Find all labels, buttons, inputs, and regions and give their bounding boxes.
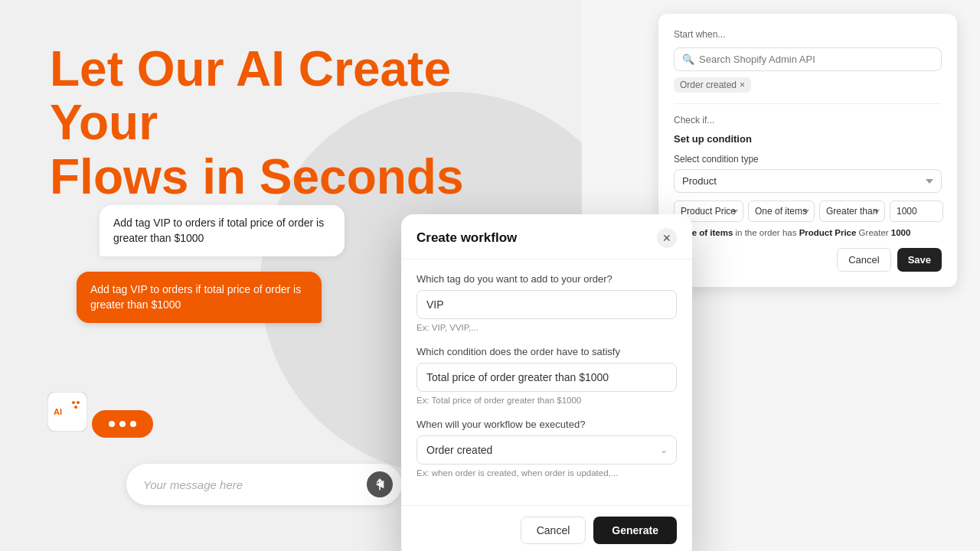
typing-dot-2 <box>119 421 126 427</box>
admin-cancel-button[interactable]: Cancel <box>837 248 890 272</box>
typing-bubble <box>92 410 153 438</box>
modal-trigger-select-wrap: Order created Order updated ⌄ <box>416 435 677 465</box>
modal-generate-button[interactable]: Generate <box>593 517 677 544</box>
create-workflow-modal: Create workflow ✕ Which tag do you want … <box>401 214 692 551</box>
modal-tag-input[interactable] <box>416 290 677 319</box>
search-icon: 🔍 <box>682 54 694 65</box>
modal-field3-label: When will your workflow be executed? <box>416 419 677 430</box>
setup-condition-label: Set up condition <box>674 133 942 145</box>
modal-field3-hint: Ex: when order is created, when order is… <box>416 468 677 478</box>
modal-field1-hint: Ex: VIP, VVIP,... <box>416 323 677 332</box>
svg-point-2 <box>72 401 75 404</box>
modal-header: Create workflow ✕ <box>401 214 692 259</box>
modal-condition-input[interactable] <box>416 363 677 392</box>
chat-bubble-user-text: Add tag VIP to orders if total price of … <box>113 217 324 244</box>
chip-close-icon[interactable]: × <box>740 80 745 90</box>
svg-point-4 <box>74 406 77 409</box>
admin-save-button[interactable]: Save <box>897 248 942 272</box>
svg-point-3 <box>77 401 80 404</box>
modal-field1-label: Which tag do you want to add to your ord… <box>416 273 677 285</box>
admin-panel: Start when... 🔍 Order created × Check if… <box>643 0 980 551</box>
divider-1 <box>674 103 942 104</box>
field2-select[interactable]: One of items <box>748 201 815 222</box>
modal-field-tag: Which tag do you want to add to your ord… <box>416 273 677 332</box>
hero-title: Let Our AI Create Your Flows in Seconds <box>50 42 540 204</box>
message-input-placeholder[interactable]: Your message here <box>143 478 367 491</box>
chat-bubble-ai-text: Add tag VIP to orders if total price of … <box>90 283 301 311</box>
if-items-row: Product Price One of items Greater than <box>674 201 942 222</box>
admin-search-input[interactable] <box>699 54 933 65</box>
chat-bubble-user: Add tag VIP to orders if total price of … <box>100 205 345 256</box>
start-when-label: Start when... <box>674 29 942 40</box>
modal-close-button[interactable]: ✕ <box>657 228 677 248</box>
svg-text:AI: AI <box>54 407 62 416</box>
check-if-label: Check if... <box>674 115 942 126</box>
modal-field2-hint: Ex: Total price of order greater than $1… <box>416 396 677 405</box>
field3-select[interactable]: Greater than <box>819 201 885 222</box>
hero-title-line2: Flows in Seconds <box>50 149 464 204</box>
typing-dot-1 <box>109 421 115 427</box>
typing-dot-3 <box>130 421 136 427</box>
modal-field-condition: Which condition does the order have to s… <box>416 346 677 405</box>
ai-icon: AI <box>47 392 87 435</box>
send-button[interactable] <box>367 471 393 497</box>
value-input[interactable] <box>890 201 943 222</box>
chat-bubble-ai: Add tag VIP to orders if total price of … <box>77 272 322 323</box>
admin-search-bar[interactable]: 🔍 <box>674 47 942 71</box>
order-created-chip: Order created × <box>674 77 751 93</box>
admin-card: Start when... 🔍 Order created × Check if… <box>658 14 957 287</box>
message-input-bar: Your message here <box>126 464 402 505</box>
modal-title: Create workflow <box>416 230 517 246</box>
modal-field2-label: Which condition does the order have to s… <box>416 346 677 357</box>
condition-summary: If one of items in the order has Product… <box>674 228 942 237</box>
order-created-chip-label: Order created <box>680 80 737 90</box>
condition-type-select[interactable]: Product <box>674 169 942 193</box>
modal-body: Which tag do you want to add to your ord… <box>401 259 692 505</box>
hero-title-line1: Let Our AI Create Your <box>50 41 451 150</box>
admin-footer: Cancel Save <box>674 248 942 272</box>
modal-cancel-button[interactable]: Cancel <box>521 517 586 544</box>
modal-footer: Cancel Generate <box>401 505 692 551</box>
modal-field-trigger: When will your workflow be executed? Ord… <box>416 419 677 478</box>
condition-type-label: Select condition type <box>674 154 942 165</box>
modal-trigger-select[interactable]: Order created Order updated <box>416 435 677 465</box>
